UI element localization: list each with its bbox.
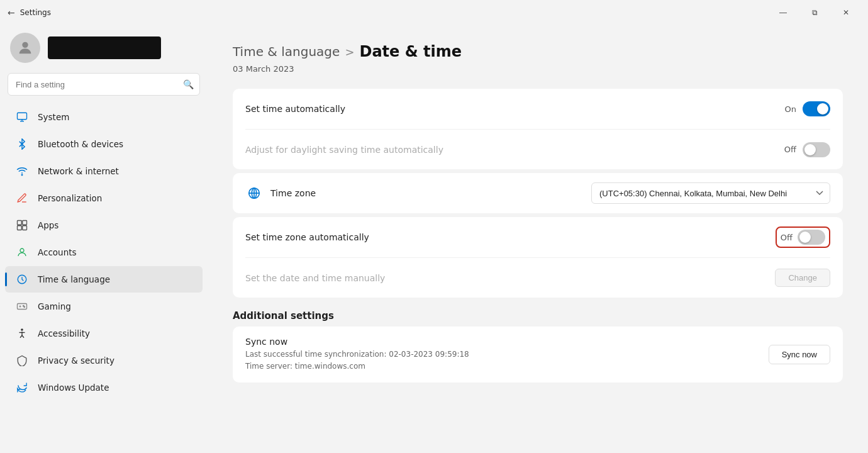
timezone-select[interactable]: (UTC+05:30) Chennai, Kolkata, Mumbai, Ne…: [591, 182, 830, 204]
sync-detail: Last successful time synchronization: 02…: [245, 349, 469, 372]
app-body: 🔍 System Bluetooth & devices Network & i…: [0, 25, 868, 453]
svg-point-0: [22, 42, 28, 48]
sidebar-item-label: Privacy & security: [38, 355, 114, 366]
sidebar-item-label: Time & language: [38, 274, 110, 284]
svg-rect-7: [18, 226, 22, 230]
toggle-track-on: [803, 101, 830, 116]
close-button[interactable]: ✕: [832, 3, 860, 23]
update-icon: [15, 381, 29, 394]
set-date-manual-row: Set the date and time manually Change: [245, 257, 830, 298]
user-icon: [16, 39, 34, 57]
svg-rect-8: [23, 226, 27, 230]
daylight-saving-value: Off: [784, 145, 796, 154]
timezone-label-group: Time zone: [245, 184, 316, 202]
titlebar-title: Settings: [20, 8, 51, 17]
accounts-icon: [15, 245, 29, 259]
content-area: Time & language > Date & time 03 March 2…: [208, 25, 868, 453]
sync-detail-line1: Last successful time synchronization: 02…: [245, 350, 469, 359]
sidebar-item-network[interactable]: Network & internet: [5, 158, 203, 184]
sidebar-item-label: Gaming: [38, 301, 71, 311]
minimize-button[interactable]: —: [769, 3, 798, 23]
sync-now-button[interactable]: Sync now: [769, 345, 830, 364]
set-timezone-auto-toggle[interactable]: [798, 230, 825, 245]
sidebar-item-label: Windows Update: [38, 383, 109, 393]
breadcrumb-parent[interactable]: Time & language: [233, 44, 340, 59]
daylight-saving-toggle[interactable]: [803, 142, 830, 157]
timezone-row: Time zone (UTC+05:30) Chennai, Kolkata, …: [245, 173, 830, 213]
sidebar-item-system[interactable]: System: [5, 104, 203, 130]
sidebar-item-label: Bluetooth & devices: [38, 139, 123, 149]
personalization-icon: [15, 191, 29, 205]
system-icon: [15, 110, 29, 124]
timezone-auto-card: Set time zone automatically Off Set the …: [233, 217, 843, 298]
sidebar-item-label: Network & internet: [38, 166, 119, 176]
sidebar-item-privacy[interactable]: Privacy & security: [5, 347, 203, 374]
sidebar-item-gaming[interactable]: Gaming: [5, 293, 203, 320]
sidebar-item-label: System: [38, 112, 69, 122]
sync-title: Sync now: [245, 337, 469, 347]
set-timezone-auto-row: Set time zone automatically Off: [245, 217, 830, 257]
timezone-label: Time zone: [270, 188, 316, 198]
sidebar-item-accessibility[interactable]: Accessibility: [5, 320, 203, 347]
daylight-saving-right: Off: [784, 142, 830, 157]
sync-info: Sync now Last successful time synchroniz…: [245, 337, 469, 372]
sidebar-item-time[interactable]: Time & language: [5, 266, 203, 293]
timezone-auto-toggle-highlighted: Off: [776, 226, 830, 248]
svg-point-16: [21, 329, 23, 330]
toggle-thumb-timezone-auto: [799, 232, 811, 243]
sidebar-item-bluetooth[interactable]: Bluetooth & devices: [5, 131, 203, 157]
daylight-saving-label: Adjust for daylight saving time automati…: [245, 145, 443, 155]
set-time-auto-label: Set time automatically: [245, 104, 345, 114]
sidebar-item-apps[interactable]: Apps: [5, 212, 203, 238]
timezone-icon: [245, 184, 263, 202]
titlebar-controls: — ⧉ ✕: [769, 3, 860, 23]
user-name-redacted: [48, 36, 161, 59]
additional-settings-title: Additional settings: [233, 310, 843, 322]
svg-rect-6: [23, 221, 27, 225]
sidebar-item-label: Accessibility: [38, 328, 90, 338]
back-icon[interactable]: ←: [8, 8, 15, 18]
time-icon: [15, 272, 29, 286]
toggle-thumb-daylight: [804, 144, 816, 155]
svg-point-15: [24, 306, 25, 308]
set-timezone-auto-right: Off: [776, 226, 830, 248]
sidebar-item-label: Personalization: [38, 193, 102, 203]
set-time-auto-toggle[interactable]: [803, 101, 830, 116]
bluetooth-icon: [15, 137, 29, 151]
toggle-thumb: [817, 103, 828, 115]
gaming-icon: [15, 299, 29, 313]
set-time-auto-value: On: [785, 104, 796, 114]
toggle-track-timezone-auto: [798, 230, 825, 245]
daylight-saving-row: Adjust for daylight saving time automati…: [245, 129, 830, 169]
change-date-button[interactable]: Change: [775, 269, 830, 287]
search-box: 🔍: [8, 73, 200, 96]
timezone-card: Time zone (UTC+05:30) Chennai, Kolkata, …: [233, 173, 843, 213]
set-timezone-auto-label: Set time zone automatically: [245, 232, 369, 242]
svg-point-9: [20, 249, 24, 252]
search-input[interactable]: [8, 73, 200, 96]
avatar: [10, 33, 40, 63]
nav-items: System Bluetooth & devices Network & int…: [0, 103, 208, 401]
toggle-track-off: [803, 142, 830, 157]
apps-icon: [15, 218, 29, 232]
restore-button[interactable]: ⧉: [800, 3, 829, 23]
search-icon: 🔍: [183, 79, 194, 89]
sidebar-item-label: Accounts: [38, 247, 77, 257]
sidebar-item-personalization[interactable]: Personalization: [5, 185, 203, 211]
sync-detail-line2: Time server: time.windows.com: [245, 362, 365, 371]
user-section: [0, 25, 208, 73]
time-auto-card: Set time automatically On Adjust for day…: [233, 89, 843, 169]
svg-point-4: [21, 174, 23, 176]
breadcrumb-current: Date & time: [359, 43, 462, 60]
svg-rect-5: [18, 221, 22, 225]
titlebar: ← Settings — ⧉ ✕: [0, 0, 868, 25]
sidebar-item-label: Apps: [38, 220, 58, 230]
set-time-auto-row: Set time automatically On: [245, 89, 830, 129]
svg-rect-11: [18, 304, 27, 310]
breadcrumb: Time & language > Date & time: [233, 43, 843, 60]
sidebar-item-update[interactable]: Windows Update: [5, 374, 203, 401]
sidebar-item-accounts[interactable]: Accounts: [5, 239, 203, 266]
set-date-manual-label: Set the date and time manually: [245, 273, 385, 283]
breadcrumb-separator: >: [345, 45, 354, 59]
network-icon: [15, 164, 29, 178]
